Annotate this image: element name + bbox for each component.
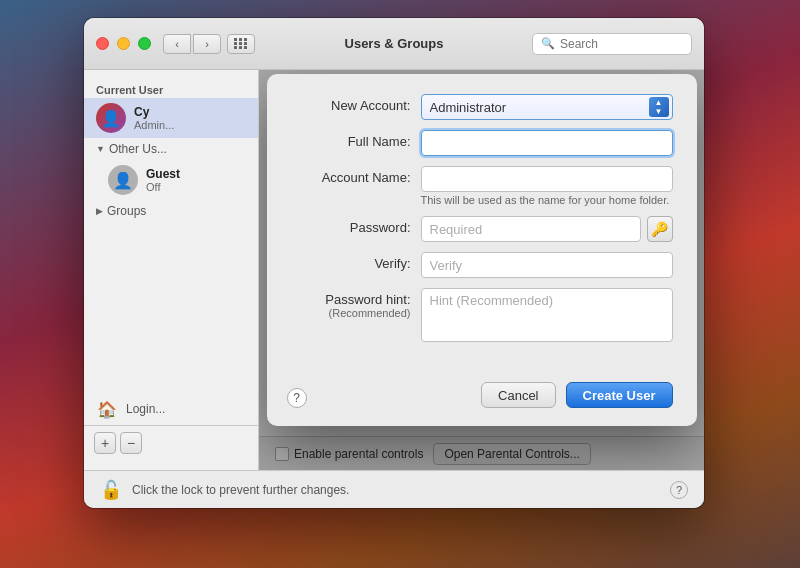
other-users-label: Other Us...: [109, 142, 167, 156]
window-title: Users & Groups: [345, 36, 444, 51]
password-input[interactable]: [421, 216, 641, 242]
hint-label: Password hint:: [291, 288, 411, 307]
create-user-button[interactable]: Create User: [566, 382, 673, 408]
verify-control-wrap: [421, 252, 673, 278]
verify-label: Verify:: [291, 252, 421, 271]
titlebar: ‹ › Users & Groups 🔍: [84, 18, 704, 70]
sidebar-item-current-user[interactable]: 👤 Cy Admin...: [84, 98, 258, 138]
modal-overlay: New Account: Administrator Standard Mana…: [259, 70, 704, 470]
nav-buttons: ‹ ›: [163, 34, 221, 54]
full-name-row: Full Name:: [291, 130, 673, 156]
sidebar-item-login-options[interactable]: 🏠 Login...: [84, 393, 258, 425]
verify-row: Verify:: [291, 252, 673, 278]
bottom-bar: 🔓 Click the lock to prevent further chan…: [84, 470, 704, 508]
hint-sub-label: (Recommended): [291, 307, 411, 319]
forward-button[interactable]: ›: [193, 34, 221, 54]
full-name-control-wrap: [421, 130, 673, 156]
current-user-role: Admin...: [134, 119, 174, 131]
full-name-label: Full Name:: [291, 130, 421, 149]
modal-help-button[interactable]: ?: [287, 388, 307, 408]
add-user-button[interactable]: +: [94, 432, 116, 454]
modal-body: New Account: Administrator Standard Mana…: [267, 74, 697, 372]
groups-section[interactable]: ▶ Groups: [84, 200, 258, 222]
guest-user-name: Guest: [146, 167, 180, 181]
account-name-label: Account Name:: [291, 166, 421, 185]
password-label: Password:: [291, 216, 421, 235]
disclosure-triangle-icon: ▼: [96, 144, 105, 154]
account-name-row: Account Name: This will be used as the n…: [291, 166, 673, 206]
close-button[interactable]: [96, 37, 109, 50]
remove-user-button[interactable]: −: [120, 432, 142, 454]
current-user-avatar: 👤: [96, 103, 126, 133]
guest-user-info: Guest Off: [146, 167, 180, 193]
window-body: Current User 👤 Cy Admin... ▼ Other Us...…: [84, 70, 704, 470]
create-user-modal: New Account: Administrator Standard Mana…: [267, 74, 697, 426]
other-users-section[interactable]: ▼ Other Us...: [84, 138, 258, 160]
lock-icon[interactable]: 🔓: [100, 479, 122, 501]
sidebar-item-guest[interactable]: 👤 Guest Off: [84, 160, 258, 200]
search-icon: 🔍: [541, 37, 555, 50]
back-button[interactable]: ‹: [163, 34, 191, 54]
lock-text: Click the lock to prevent further change…: [132, 483, 349, 497]
new-account-row: New Account: Administrator Standard Mana…: [291, 94, 673, 120]
maximize-button[interactable]: [138, 37, 151, 50]
key-button[interactable]: 🔑: [647, 216, 673, 242]
main-content: ord... Enable parental controls Open Par…: [259, 70, 704, 470]
current-user-name: Cy: [134, 105, 174, 119]
login-options-label: Login...: [126, 402, 165, 416]
sidebar-controls: + −: [84, 425, 258, 460]
account-name-hint: This will be used as the name for your h…: [421, 194, 673, 206]
current-user-label: Current User: [84, 80, 258, 98]
groups-label: Groups: [107, 204, 146, 218]
grid-icon: [234, 38, 248, 49]
password-row: Password: 🔑: [291, 216, 673, 242]
guest-avatar: 👤: [108, 165, 138, 195]
cancel-button[interactable]: Cancel: [481, 382, 555, 408]
hint-row: Password hint: (Recommended): [291, 288, 673, 342]
home-icon: 🏠: [96, 398, 118, 420]
new-account-label: New Account:: [291, 94, 421, 113]
hint-input[interactable]: [421, 288, 673, 342]
grid-view-button[interactable]: [227, 34, 255, 54]
guest-user-status: Off: [146, 181, 180, 193]
account-name-input[interactable]: [421, 166, 673, 192]
full-name-input[interactable]: [421, 130, 673, 156]
search-box[interactable]: 🔍: [532, 33, 692, 55]
help-button[interactable]: ?: [670, 481, 688, 499]
new-account-select[interactable]: Administrator Standard Managed with Pare…: [421, 94, 673, 120]
new-account-select-wrap: Administrator Standard Managed with Pare…: [421, 94, 673, 120]
hint-control-wrap: [421, 288, 673, 342]
search-input[interactable]: [560, 37, 683, 51]
key-icon: 🔑: [651, 221, 668, 237]
verify-input[interactable]: [421, 252, 673, 278]
main-window: ‹ › Users & Groups 🔍 Current User: [84, 18, 704, 508]
minimize-button[interactable]: [117, 37, 130, 50]
hint-label-group: Password hint: (Recommended): [291, 288, 421, 319]
current-user-info: Cy Admin...: [134, 105, 174, 131]
traffic-lights: [96, 37, 151, 50]
groups-triangle-icon: ▶: [96, 206, 103, 216]
modal-footer: ? Cancel Create User: [267, 372, 697, 426]
password-control-wrap: 🔑: [421, 216, 673, 242]
account-name-control-wrap: This will be used as the name for your h…: [421, 166, 673, 206]
sidebar: Current User 👤 Cy Admin... ▼ Other Us...…: [84, 70, 259, 470]
